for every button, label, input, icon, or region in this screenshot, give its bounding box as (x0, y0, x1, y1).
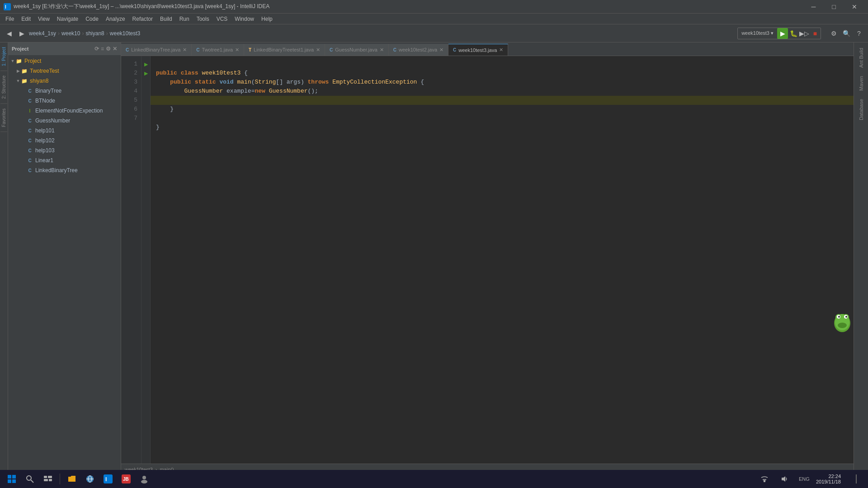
run-gutter-2[interactable]: ▶ (142, 69, 150, 78)
tab-week10test2[interactable]: C week10test2.java ✕ (389, 44, 448, 56)
right-label-ant[interactable]: Ant Build (857, 44, 866, 71)
clock-date: 2019/11/18 (816, 479, 841, 484)
menu-build[interactable]: Build (156, 14, 176, 24)
line-numbers: 1 2 3 4 5 6 7 (121, 56, 142, 464)
menu-window[interactable]: Window (231, 14, 258, 24)
sidebar-item-structure[interactable]: 2: Structure (0, 71, 7, 104)
tray-volume[interactable] (776, 471, 793, 487)
sidebar-item-project[interactable]: 1: Project (0, 42, 7, 71)
project-tree: ▼📁Project▶📁TwotreeTest▼📁shiyan8 CBinaryT… (8, 55, 121, 474)
taskbar-browser[interactable] (82, 471, 98, 487)
run-button[interactable]: ▶ (777, 28, 788, 39)
tree-item-help102[interactable]: Chelp102 (8, 136, 121, 145)
menu-tools[interactable]: Tools (193, 14, 213, 24)
forward-button[interactable]: ▶ (16, 28, 27, 39)
tab-twotree1[interactable]: C Twotree1.java ✕ (192, 44, 244, 56)
hide-icon[interactable]: ✕ (113, 46, 117, 52)
menu-run[interactable]: Run (176, 14, 193, 24)
svg-point-27 (141, 480, 147, 483)
project-header: Project ⟳ ≡ ⚙ ✕ (8, 42, 121, 55)
svg-rect-28 (764, 480, 765, 482)
tree-item-twotreetest[interactable]: ▶📁TwotreeTest (8, 66, 121, 76)
tree-item-elementnotfoundexpection[interactable]: IElementNotFoundExpection (8, 106, 121, 116)
run-with-coverage-button[interactable]: ▶▷ (799, 28, 810, 39)
tray-network[interactable] (756, 471, 773, 487)
svg-rect-29 (763, 479, 766, 480)
code-content[interactable]: public class week10test3 { public static… (151, 56, 854, 464)
close-button[interactable]: ✕ (844, 0, 864, 14)
breadcrumb-file[interactable]: week10test3 (110, 30, 140, 37)
code-editor[interactable]: 1 2 3 4 5 6 7 ▶ ▶ public class week10tes… (121, 56, 854, 464)
collapse-icon[interactable]: ≡ (101, 46, 104, 52)
run-gutter-1[interactable]: ▶ (142, 60, 150, 69)
maximize-button[interactable]: □ (824, 0, 844, 14)
settings-button[interactable]: ⚙ (828, 28, 839, 39)
tree-item-help103[interactable]: Chelp103 (8, 145, 121, 155)
menu-refactor[interactable]: Refactor (129, 14, 156, 24)
tab-close-twotree1[interactable]: ✕ (235, 47, 239, 53)
tree-item-binarytree[interactable]: CBinaryTree (8, 86, 121, 96)
sidebar-item-favorites[interactable]: Favorites (0, 104, 7, 132)
tree-item-linkedbinarytree[interactable]: CLinkedBinaryTree (8, 165, 121, 175)
sync-icon[interactable]: ⟳ (94, 46, 99, 52)
tab-linkedbinarytreetest1[interactable]: T LinkedBinaryTreetest1.java ✕ (244, 44, 325, 56)
tree-item-linear1[interactable]: CLinear1 (8, 155, 121, 165)
search-everywhere-button[interactable]: 🔍 (841, 28, 852, 39)
breadcrumb-module[interactable]: week10 (61, 30, 80, 37)
menu-vcs[interactable]: VCS (213, 14, 231, 24)
tab-close-week10test3[interactable]: ✕ (499, 47, 503, 53)
taskbar-folder[interactable] (64, 471, 80, 487)
menu-file[interactable]: File (2, 14, 18, 24)
project-header-label: Project (12, 46, 28, 52)
right-sidebar: Ant Build Maven Database (854, 42, 868, 474)
task-view-button[interactable] (40, 471, 56, 487)
tab-close-linkedbinarytree[interactable]: ✕ (183, 47, 187, 53)
gutter-4 (142, 87, 150, 96)
tree-item-help101[interactable]: Chelp101 (8, 126, 121, 136)
tree-item-shiyan8[interactable]: ▼📁shiyan8 (8, 76, 121, 86)
back-button[interactable]: ◀ (4, 28, 14, 39)
tab-close-guessnumber[interactable]: ✕ (380, 47, 384, 53)
taskbar-avatar[interactable] (136, 471, 152, 487)
tab-week10test3[interactable]: C week10test3.java ✕ (448, 44, 508, 56)
svg-point-15 (27, 476, 31, 480)
help-button[interactable]: ? (854, 28, 864, 39)
stop-button[interactable]: ■ (810, 28, 821, 39)
tree-item-guessnumber[interactable]: CGuessNumber (8, 116, 121, 126)
svg-text:I: I (5, 5, 6, 9)
tab-guessnumber[interactable]: C GuessNumber.java ✕ (325, 44, 389, 56)
tree-item-btnode[interactable]: CBTNode (8, 96, 121, 106)
right-label-maven[interactable]: Maven (857, 72, 866, 94)
svg-rect-19 (44, 479, 48, 481)
taskbar-jetbrains[interactable]: JB (118, 471, 134, 487)
menubar: File Edit View Navigate Code Analyze Ref… (0, 14, 868, 24)
show-desktop-button[interactable] (848, 471, 864, 487)
menu-view[interactable]: View (34, 14, 53, 24)
start-button[interactable] (4, 471, 20, 487)
taskbar-intellij[interactable]: I (100, 471, 116, 487)
search-button[interactable] (22, 471, 38, 487)
breadcrumb-package[interactable]: shiyan8 (85, 30, 104, 37)
svg-rect-13 (8, 479, 11, 483)
menu-code[interactable]: Code (82, 14, 102, 24)
svg-text:JB: JB (123, 477, 129, 482)
svg-rect-17 (44, 476, 47, 478)
taskbar-clock[interactable]: 22:24 2019/11/18 (816, 474, 844, 484)
run-config-selector[interactable]: week10test3 ▾ (738, 29, 777, 38)
menu-help[interactable]: Help (258, 14, 276, 24)
menu-navigate[interactable]: Navigate (53, 14, 82, 24)
breadcrumb-project[interactable]: week4_1sy (29, 30, 56, 37)
minimize-button[interactable]: ─ (803, 0, 824, 14)
tab-linkedbinarytree[interactable]: C LinkedBinaryTree.java ✕ (121, 44, 192, 56)
right-label-database[interactable]: Database (857, 95, 866, 124)
toolbar: ◀ ▶ week4_1sy › week10 › shiyan8 › week1… (0, 24, 868, 42)
debug-button[interactable]: 🐛 (788, 28, 799, 39)
tree-item-project[interactable]: ▼📁Project (8, 56, 121, 66)
tab-close-week10test2[interactable]: ✕ (439, 47, 443, 53)
menu-analyze[interactable]: Analyze (102, 14, 129, 24)
tab-close-linkedbinarytreetest1[interactable]: ✕ (316, 47, 320, 53)
app-icon: I (4, 3, 11, 10)
tray-ime[interactable]: ENG (796, 471, 812, 487)
menu-edit[interactable]: Edit (18, 14, 34, 24)
settings-icon[interactable]: ⚙ (106, 46, 111, 52)
